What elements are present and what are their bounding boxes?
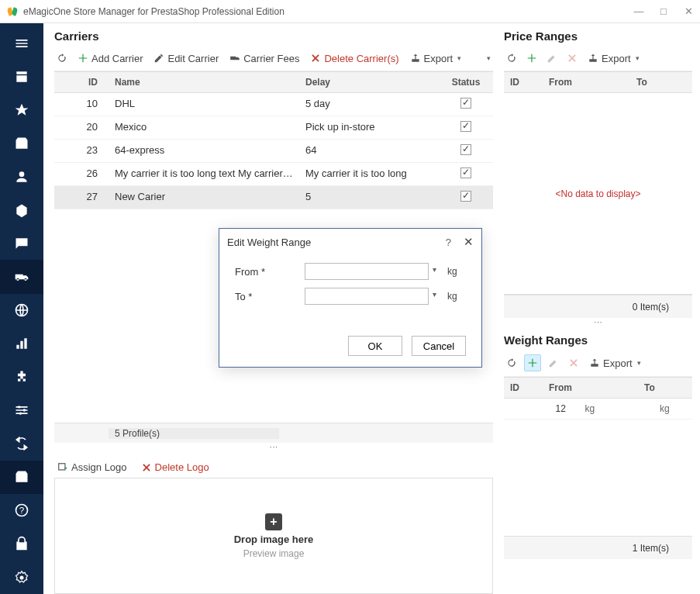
status-checkbox[interactable] xyxy=(460,98,471,109)
header-status[interactable]: Status xyxy=(439,72,493,92)
refresh-button[interactable] xyxy=(54,50,70,66)
carriers-toolbar: Add Carrier Edit Carrier Carrier Fees De… xyxy=(54,47,493,71)
window-controls: — □ ✕ xyxy=(633,5,694,17)
from-label: From * xyxy=(235,266,305,278)
wr-edit-button xyxy=(546,355,561,371)
nav-orders[interactable] xyxy=(0,193,43,226)
from-input[interactable] xyxy=(305,263,429,280)
nav-star[interactable] xyxy=(0,93,43,126)
edit-weight-range-dialog: Edit Weight Range ? ✕ From * kg To * kg … xyxy=(219,228,482,368)
svg-rect-8 xyxy=(59,463,65,469)
titlebar: eMagicOne Store Manager for PrestaShop P… xyxy=(0,0,700,23)
table-row[interactable]: 23 64-express 64 xyxy=(54,140,493,163)
table-row[interactable]: 27 New Carier 5 xyxy=(54,186,493,209)
svg-text:?: ? xyxy=(19,506,25,516)
wr-export-button[interactable]: Export▾ xyxy=(586,356,644,371)
wr-refresh-button[interactable] xyxy=(504,355,519,371)
nav-globe[interactable] xyxy=(0,294,43,327)
splitter[interactable]: ··· xyxy=(54,443,493,454)
nav-settings[interactable] xyxy=(0,561,43,594)
wr-add-button[interactable] xyxy=(524,354,541,371)
carriers-title: Carriers xyxy=(54,29,493,43)
table-row[interactable]: 26 My carrier it is too long text My car… xyxy=(54,163,493,186)
dialog-title: Edit Weight Range xyxy=(227,237,311,248)
app-title: eMagicOne Store Manager for PrestaShop P… xyxy=(23,6,284,17)
nav-store[interactable] xyxy=(0,60,43,93)
svg-point-7 xyxy=(20,575,24,579)
status-checkbox[interactable] xyxy=(460,144,471,155)
header-name[interactable]: Name xyxy=(109,72,299,92)
svg-rect-6 xyxy=(17,543,26,550)
pr-footer: 0 Item(s) xyxy=(504,295,692,318)
splitter[interactable]: ··· xyxy=(504,318,692,329)
status-checkbox[interactable] xyxy=(460,121,471,132)
edit-carrier-button[interactable]: Edit Carrier xyxy=(150,51,222,66)
svg-point-2 xyxy=(23,409,26,412)
pr-export-button[interactable]: Export▾ xyxy=(584,51,643,66)
dialog-close-button[interactable]: ✕ xyxy=(464,235,474,249)
assign-logo-button[interactable]: Assign Logo xyxy=(54,460,130,475)
nav-menu[interactable] xyxy=(0,26,43,60)
nav-shipping[interactable] xyxy=(0,260,43,293)
close-button[interactable]: ✕ xyxy=(683,5,694,17)
sidebar: ? xyxy=(0,23,43,594)
nav-sync[interactable] xyxy=(0,427,43,461)
price-ranges-toolbar: Export▾ xyxy=(504,47,692,71)
to-input[interactable] xyxy=(305,288,429,305)
table-row[interactable]: 20 Mexico Pick up in-store xyxy=(54,116,493,140)
weight-ranges-toolbar: Export▾ xyxy=(504,351,692,377)
wr-footer: 1 Item(s) xyxy=(504,536,692,559)
to-label: To * xyxy=(235,291,305,302)
nav-stats[interactable] xyxy=(0,327,43,361)
pr-delete-button xyxy=(564,50,580,66)
nav-help[interactable]: ? xyxy=(0,494,43,527)
weight-ranges-grid: ID From To 12 kg kg 1 Item(s) xyxy=(504,377,692,559)
wr-delete-button xyxy=(566,355,581,371)
price-ranges-grid: ID From To <No data to display> 0 Item(s… xyxy=(504,71,692,318)
cancel-button[interactable]: Cancel xyxy=(412,336,466,356)
pr-edit-button xyxy=(544,50,560,66)
header-delay[interactable]: Delay xyxy=(299,72,439,92)
nav-sliders[interactable] xyxy=(0,394,43,427)
pr-refresh-button[interactable] xyxy=(504,50,519,66)
pr-empty-message: <No data to display> xyxy=(504,93,692,295)
table-row[interactable]: 10 DHL 5 day xyxy=(54,93,493,116)
nav-catalog[interactable] xyxy=(0,126,43,160)
svg-point-3 xyxy=(19,413,22,415)
export-button[interactable]: Export▾ xyxy=(407,51,465,66)
nav-messages[interactable] xyxy=(0,226,43,260)
nav-archive[interactable] xyxy=(0,461,43,494)
more-dropdown[interactable]: ▾ xyxy=(483,52,493,64)
carrier-fees-button[interactable]: Carrier Fees xyxy=(226,51,302,66)
svg-point-1 xyxy=(18,406,20,408)
pr-add-button[interactable] xyxy=(524,50,540,66)
nav-lock[interactable] xyxy=(0,527,43,561)
delete-carrier-button[interactable]: Delete Carrier(s) xyxy=(307,51,402,66)
status-checkbox[interactable] xyxy=(460,191,471,202)
status-checkbox[interactable] xyxy=(460,167,471,178)
dialog-help-button[interactable]: ? xyxy=(446,237,451,248)
table-row[interactable]: 12 kg kg xyxy=(504,399,692,420)
plus-icon: + xyxy=(265,513,282,530)
maximize-button[interactable]: □ xyxy=(658,5,669,17)
app-icon xyxy=(6,5,19,18)
logo-dropzone[interactable]: + Drop image here Preview image xyxy=(54,478,493,594)
price-ranges-title: Price Ranges xyxy=(504,29,692,43)
ok-button[interactable]: OK xyxy=(348,336,402,356)
grid-header: ID Name Delay Status xyxy=(54,72,493,93)
carriers-grid: ID Name Delay Status 10 DHL 5 day 20 Mex… xyxy=(54,71,493,209)
weight-ranges-title: Weight Ranges xyxy=(504,333,692,347)
add-carrier-button[interactable]: Add Carrier xyxy=(74,51,146,66)
nav-modules[interactable] xyxy=(0,361,43,394)
delete-logo-button[interactable]: Delete Logo xyxy=(138,460,212,475)
nav-customers[interactable] xyxy=(0,160,43,193)
header-id[interactable]: ID xyxy=(54,72,109,92)
minimize-button[interactable]: — xyxy=(633,5,644,17)
